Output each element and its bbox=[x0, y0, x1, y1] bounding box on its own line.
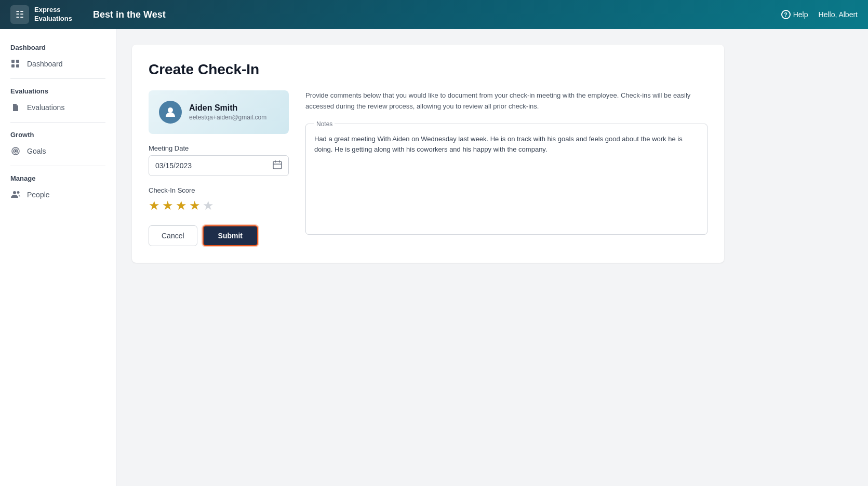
checkin-score-label: Check-In Score bbox=[149, 186, 289, 194]
star-4[interactable]: ★ bbox=[189, 198, 201, 213]
description-text: Provide comments below that you would li… bbox=[305, 90, 707, 112]
logo-icon: ☷ bbox=[10, 5, 29, 24]
svg-point-9 bbox=[15, 151, 17, 152]
sidebar-section-evaluations: Evaluations bbox=[0, 83, 116, 97]
divider-3 bbox=[10, 166, 105, 166]
left-column: Aiden Smith eetestqa+aiden@gmail.com Mee… bbox=[149, 90, 289, 246]
sidebar-item-dashboard[interactable]: Dashboard bbox=[0, 53, 116, 74]
notes-fieldset: Notes Had a great meeting With Aiden on … bbox=[305, 120, 707, 235]
sidebar-section-dashboard: Dashboard bbox=[0, 39, 116, 53]
employee-email: eetestqa+aiden@gmail.com bbox=[189, 114, 266, 121]
svg-rect-1 bbox=[16, 60, 19, 63]
form-buttons: Cancel Submit bbox=[149, 225, 289, 246]
svg-rect-13 bbox=[273, 161, 282, 169]
submit-button[interactable]: Submit bbox=[203, 225, 258, 246]
page-title: Create Check-In bbox=[149, 61, 707, 78]
cancel-button[interactable]: Cancel bbox=[149, 225, 197, 246]
star-rating: ★ ★ ★ ★ ★ bbox=[149, 198, 289, 213]
svg-rect-5 bbox=[14, 108, 17, 109]
help-icon: ? bbox=[781, 10, 791, 19]
target-icon bbox=[10, 146, 21, 156]
avatar bbox=[159, 101, 182, 124]
employee-name: Aiden Smith bbox=[189, 103, 266, 113]
help-button[interactable]: ? Help bbox=[781, 10, 808, 19]
card-inner: Aiden Smith eetestqa+aiden@gmail.com Mee… bbox=[149, 90, 707, 246]
right-column: Provide comments below that you would li… bbox=[305, 90, 707, 246]
help-label: Help bbox=[793, 10, 808, 19]
sidebar-item-people[interactable]: People bbox=[0, 184, 116, 205]
user-greeting: Hello, Albert bbox=[819, 10, 858, 19]
svg-rect-2 bbox=[11, 64, 15, 68]
svg-rect-0 bbox=[11, 60, 15, 63]
sidebar-item-evaluations-label: Evaluations bbox=[27, 103, 64, 112]
notes-textarea[interactable]: Had a great meeting With Aiden on Wednes… bbox=[314, 134, 699, 228]
svg-rect-3 bbox=[16, 64, 19, 68]
date-input-wrapper bbox=[149, 155, 289, 176]
sidebar-item-people-label: People bbox=[27, 191, 50, 199]
svg-point-10 bbox=[13, 191, 16, 194]
employee-card: Aiden Smith eetestqa+aiden@gmail.com bbox=[149, 90, 289, 134]
meeting-date-input[interactable] bbox=[155, 161, 273, 170]
calendar-icon[interactable] bbox=[273, 160, 282, 171]
star-3[interactable]: ★ bbox=[176, 198, 187, 213]
divider-1 bbox=[10, 78, 105, 79]
sidebar-section-manage: Manage bbox=[0, 170, 116, 184]
star-1[interactable]: ★ bbox=[149, 198, 160, 213]
sidebar-item-goals-label: Goals bbox=[27, 147, 46, 155]
sidebar-item-goals[interactable]: Goals bbox=[0, 141, 116, 161]
logo-text: Express Evaluations bbox=[34, 6, 72, 23]
sidebar-item-evaluations[interactable]: Evaluations bbox=[0, 97, 116, 118]
sidebar-section-growth: Growth bbox=[0, 127, 116, 141]
header-right: ? Help Hello, Albert bbox=[781, 10, 858, 19]
sidebar-item-dashboard-label: Dashboard bbox=[27, 60, 63, 68]
doc-icon bbox=[10, 102, 21, 113]
svg-rect-4 bbox=[14, 107, 17, 107]
sidebar: Dashboard Dashboard Evaluations bbox=[0, 29, 116, 486]
header-title: Best in the West bbox=[93, 9, 781, 20]
main-content: Create Check-In Aiden Smith bbox=[116, 29, 868, 486]
checkin-card: Create Check-In Aiden Smith bbox=[132, 45, 724, 263]
star-5[interactable]: ★ bbox=[203, 198, 214, 213]
grid-icon bbox=[10, 59, 21, 69]
divider-2 bbox=[10, 122, 105, 123]
people-icon bbox=[10, 190, 21, 200]
meeting-date-label: Meeting Date bbox=[149, 144, 289, 152]
star-2[interactable]: ★ bbox=[162, 198, 173, 213]
svg-point-11 bbox=[17, 191, 20, 194]
app-header: ☷ Express Evaluations Best in the West ?… bbox=[0, 0, 868, 29]
svg-point-12 bbox=[168, 107, 173, 113]
main-layout: Dashboard Dashboard Evaluations bbox=[0, 29, 868, 486]
employee-info: Aiden Smith eetestqa+aiden@gmail.com bbox=[189, 103, 266, 121]
svg-rect-6 bbox=[14, 109, 16, 110]
notes-legend: Notes bbox=[314, 120, 335, 128]
logo: ☷ Express Evaluations bbox=[10, 5, 72, 24]
